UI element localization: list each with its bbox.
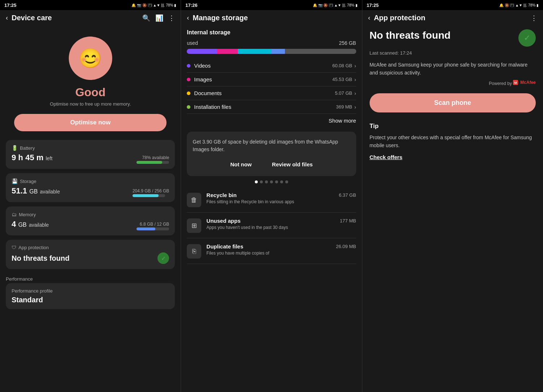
back-button-3[interactable]: ‹ <box>368 14 370 22</box>
performance-section-label: Performance <box>6 273 175 283</box>
nav-actions-3: ⋮ <box>531 14 537 22</box>
memory-icon: 🗂 <box>12 212 17 217</box>
more-icon[interactable]: ⋮ <box>168 14 175 22</box>
ap-icon: 🛡 <box>12 245 16 250</box>
chart-icon[interactable]: 📊 <box>155 14 163 22</box>
storage-value: 51.1 GB available <box>12 186 60 196</box>
unused-desc: Apps you haven't used in the past 30 day… <box>206 225 356 230</box>
storage-icon: 💾 <box>12 178 18 184</box>
time-2: 17:26 <box>185 3 197 8</box>
app-protection-card[interactable]: 🛡 App protection No threats found ✓ <box>6 240 175 269</box>
device-care-body: 😊 Good Optimise now to free up more memo… <box>0 26 181 392</box>
ap-value: No threats found <box>12 254 70 263</box>
docs-name: Documents <box>194 90 222 96</box>
dot-4 <box>270 180 273 183</box>
ap-label-text: App protection <box>18 245 49 250</box>
smiley-icon: 😊 <box>69 37 112 80</box>
videos-name: Videos <box>194 63 211 69</box>
back-button-1[interactable]: ‹ <box>6 14 8 22</box>
duplicate-files-item[interactable]: ⎘ Duplicate files 26.09 MB Files you hav… <box>187 238 356 264</box>
memory-percent: 6.8 GB / 12 GB <box>136 222 169 227</box>
dot-7 <box>285 180 288 183</box>
unused-apps-item[interactable]: ⊞ Unused apps 177 MB Apps you haven't us… <box>187 213 356 238</box>
status-icons-1: 🔔 📷 🔕 📳 ▲▼ |||. 78% ▮ <box>131 3 176 7</box>
memory-value: 4 GB available <box>12 220 49 229</box>
scan-phone-button[interactable]: Scan phone <box>370 93 536 112</box>
status-area: 😊 Good Optimise now to free up more memo… <box>6 29 175 140</box>
status-bar-3: 17:25 🔔 🔕 📳 ▲▼ |||. 78% ▮ <box>362 0 543 10</box>
perf-label: Performance profile <box>12 288 169 294</box>
storage-usage-bar <box>187 49 356 54</box>
images-seg <box>217 49 237 54</box>
time-3: 17:25 <box>367 3 379 8</box>
duplicate-name: Duplicate files <box>206 243 243 250</box>
app-protection-body: No threats found ✓ Last scanned: 17:24 M… <box>362 26 543 392</box>
manage-storage-nav: ‹ Manage storage <box>181 10 362 26</box>
status-icons-2: 🔔 📷 🔕 📳 ▲▼ |||. 78% ▮ <box>313 3 358 7</box>
install-seg <box>272 49 285 54</box>
duplicate-icon: ⎘ <box>187 244 201 259</box>
used-label: used <box>187 40 198 46</box>
status-good: Good <box>75 86 106 99</box>
recycle-bin-item[interactable]: 🗑 Recycle bin 6.37 GB Files sitting in t… <box>187 187 356 213</box>
tip-text: Get 3.90 GB of space by deleting old ima… <box>193 138 350 153</box>
device-care-title: Device care <box>12 14 139 22</box>
unused-size: 177 MB <box>340 218 356 223</box>
install-name: Installation files <box>194 104 231 110</box>
device-care-nav: ‹ Device care 🔍 📊 ⋮ <box>0 10 181 26</box>
show-more-button[interactable]: Show more <box>187 114 356 127</box>
carousel-dots <box>187 180 356 183</box>
tip-section-desc: Protect your other devices with a specia… <box>370 133 536 150</box>
duplicate-size: 26.09 MB <box>336 244 356 249</box>
optimise-button[interactable]: Optimise now <box>14 114 167 131</box>
status-bar-1: 17:25 🔔 📷 🔕 📳 ▲▼ |||. 78% ▮ <box>0 0 181 10</box>
more-icon-3[interactable]: ⋮ <box>531 14 537 22</box>
review-files-button[interactable]: Review old files <box>266 159 319 170</box>
duplicate-desc: Files you have multiple copies of <box>206 251 356 256</box>
unused-name: Unused apps <box>206 218 240 224</box>
memory-progress <box>136 227 169 230</box>
performance-card[interactable]: Performance profile Standard <box>6 283 175 309</box>
file-item-install[interactable]: Installation files 369 MB › <box>187 100 356 114</box>
search-icon[interactable]: 🔍 <box>142 14 150 22</box>
battery-percent: 78% available <box>136 155 169 160</box>
dot-1 <box>255 180 258 183</box>
videos-seg <box>187 49 217 54</box>
chevron-videos: › <box>354 63 356 69</box>
recycle-icon: 🗑 <box>187 193 201 207</box>
docs-size: 5.07 GB <box>335 90 352 96</box>
back-button-2[interactable]: ‹ <box>187 14 189 22</box>
battery-label: Battery <box>20 145 35 151</box>
dot-5 <box>275 180 278 183</box>
powered-by: Powered by M McAfee <box>370 80 536 86</box>
shield-badge-small: ✓ <box>157 252 169 264</box>
storage-fill <box>132 194 159 197</box>
images-size: 45.53 GB <box>332 77 352 82</box>
file-item-images[interactable]: Images 45.53 GB › <box>187 73 356 86</box>
no-threats-title: No threats found <box>370 29 451 42</box>
recycle-name: Recycle bin <box>206 192 236 198</box>
not-now-button[interactable]: Not now <box>224 159 257 170</box>
check-offers-link[interactable]: Check offers <box>370 154 403 160</box>
file-item-documents[interactable]: Documents 5.07 GB › <box>187 86 356 100</box>
app-protection-title: App protection <box>374 14 527 22</box>
battery-progress <box>136 161 169 164</box>
install-size: 369 MB <box>336 104 352 110</box>
file-item-videos[interactable]: Videos 60.08 GB › <box>187 59 356 73</box>
battery-card: 🔋 Battery 9 h 45 m left 78% available <box>6 140 175 169</box>
tip-card: Get 3.90 GB of space by deleting old ima… <box>187 132 356 176</box>
other-seg <box>285 49 356 54</box>
dot-2 <box>260 180 263 183</box>
battery-icon: 🔋 <box>12 145 18 151</box>
storage-progress <box>132 194 165 197</box>
storage-label: Storage <box>20 179 37 184</box>
chevron-docs: › <box>354 90 356 96</box>
storage-body: Internal storage used 256 GB Videos 60 <box>181 26 362 392</box>
perf-value: Standard <box>12 296 169 304</box>
images-dot <box>187 78 190 81</box>
videos-dot <box>187 64 190 68</box>
recycle-size: 6.37 GB <box>339 192 356 198</box>
status-bar-2: 17:26 🔔 📷 🔕 📳 ▲▼ |||. 78% ▮ <box>181 0 362 10</box>
battery-fill <box>136 161 162 164</box>
chevron-images: › <box>354 77 356 82</box>
